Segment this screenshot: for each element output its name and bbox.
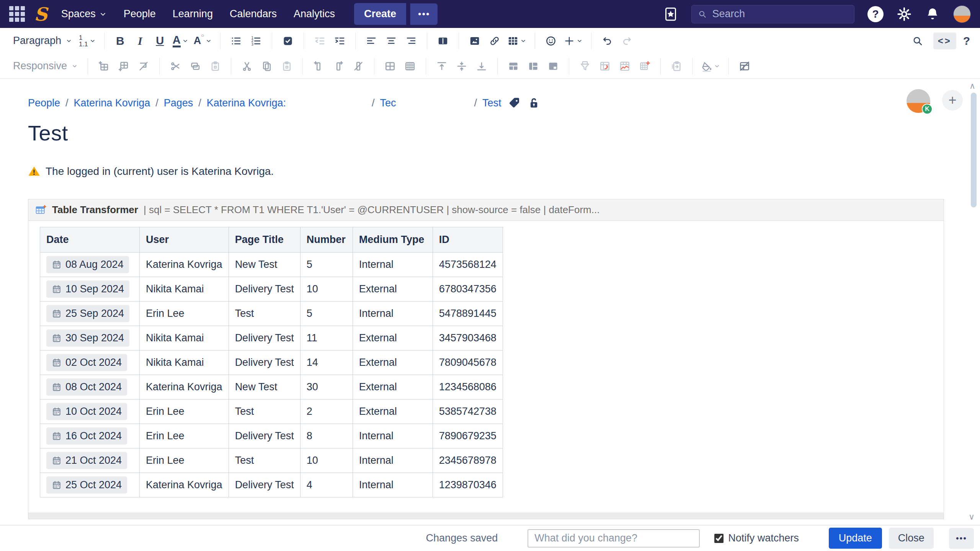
table-cell[interactable]: Erin Lee (140, 424, 229, 448)
numbered-list-button[interactable]: 123 (247, 32, 265, 50)
table-cell[interactable]: Katerina Kovriga (140, 375, 229, 399)
table-cell[interactable]: Delivery Test (229, 277, 300, 302)
add-column-right-button[interactable] (330, 57, 347, 75)
table-cell[interactable]: 7809045678 (433, 350, 503, 375)
navbar-more-button[interactable]: ••• (410, 3, 438, 25)
table-cell[interactable]: Nikita Kamai (140, 326, 229, 350)
paste-button[interactable] (278, 57, 296, 75)
paragraph-style-dropdown[interactable]: Paragraph (10, 35, 75, 47)
macro-header[interactable]: Table Transformer | sql = SELECT * FROM … (28, 199, 944, 221)
breadcrumb-item[interactable]: People (28, 97, 60, 109)
table-cell[interactable]: Delivery Test (229, 473, 300, 497)
settings-gear-icon[interactable] (897, 7, 912, 22)
table-cell[interactable]: 3457903468 (433, 326, 503, 350)
nav-item-spaces[interactable]: Spaces (61, 8, 107, 20)
copy-button[interactable] (258, 57, 276, 75)
date-cell[interactable]: 16 Oct 2024 (40, 424, 140, 448)
date-pill[interactable]: 08 Oct 2024 (46, 378, 127, 396)
table-cell[interactable]: Nikita Kamai (140, 350, 229, 375)
insert-more-button[interactable] (562, 32, 584, 50)
table-cell[interactable]: Erin Lee (140, 448, 229, 473)
column-header[interactable]: Medium Type (353, 227, 433, 253)
table-cell[interactable]: 5 (300, 302, 353, 326)
cut-button[interactable] (238, 57, 256, 75)
table-cell[interactable]: New Test (229, 375, 300, 399)
unlocked-icon[interactable] (528, 97, 540, 109)
table-cell[interactable]: External (353, 326, 433, 350)
emoji-button[interactable] (542, 32, 560, 50)
page-title[interactable]: Test (28, 121, 980, 145)
update-button[interactable]: Update (829, 528, 882, 549)
user-avatar[interactable] (953, 5, 971, 23)
merge-cells-button[interactable] (381, 57, 399, 75)
outdent-button[interactable] (311, 32, 328, 50)
date-cell[interactable]: 10 Oct 2024 (40, 399, 140, 424)
date-pill[interactable]: 25 Sep 2024 (46, 305, 129, 322)
header-cell-button[interactable] (544, 57, 562, 75)
indent-button[interactable] (331, 32, 348, 50)
table-cell[interactable]: Delivery Test (229, 424, 300, 448)
table-transformer-macro[interactable]: Table Transformer | sql = SELECT * FROM … (28, 199, 944, 519)
table-cell[interactable]: 6780347356 (433, 277, 503, 302)
date-cell[interactable]: 02 Oct 2024 (40, 350, 140, 375)
create-button[interactable]: Create (354, 3, 406, 25)
layout-button[interactable] (434, 32, 452, 50)
column-header[interactable]: User (140, 227, 229, 253)
column-header[interactable]: ID (433, 227, 503, 253)
help-icon[interactable]: ? (867, 6, 884, 22)
date-pill[interactable]: 10 Oct 2024 (46, 403, 127, 420)
notifications-bell-icon[interactable] (925, 7, 940, 22)
undo-button[interactable] (598, 32, 616, 50)
table-cell[interactable]: External (353, 399, 433, 424)
table-cell[interactable]: Erin Lee (140, 302, 229, 326)
nav-item-learning[interactable]: Learning (173, 8, 213, 20)
table-cell[interactable]: Katerina Kovriga (140, 473, 229, 497)
table-cell[interactable]: 10 (300, 448, 353, 473)
footer-more-button[interactable]: ••• (949, 528, 974, 549)
date-cell[interactable]: 30 Sep 2024 (40, 326, 140, 350)
table-cell[interactable]: 2345678978 (433, 448, 503, 473)
table-cell[interactable]: Test (229, 302, 300, 326)
italic-button[interactable]: I (131, 32, 149, 50)
header-column-button[interactable] (524, 57, 542, 75)
editor-help-button[interactable]: ? (963, 34, 970, 47)
link-button[interactable] (486, 32, 503, 50)
table-cell[interactable]: 4573568124 (433, 253, 503, 277)
table-cell[interactable]: External (353, 375, 433, 399)
date-pill[interactable]: 30 Sep 2024 (46, 329, 129, 347)
table-cell[interactable]: External (353, 277, 433, 302)
date-pill[interactable]: 16 Oct 2024 (46, 427, 127, 445)
bold-button[interactable]: B (111, 32, 129, 50)
clear-table-format-button[interactable] (736, 57, 753, 75)
table-cell[interactable]: External (353, 350, 433, 375)
table-cell[interactable]: Delivery Test (229, 326, 300, 350)
pivot-macro-button[interactable] (596, 57, 614, 75)
add-collaborator-button[interactable]: + (942, 90, 963, 111)
vertical-scrollbar[interactable] (971, 93, 977, 207)
table-cell[interactable]: 30 (300, 375, 353, 399)
chart-macro-button[interactable] (616, 57, 634, 75)
table-cell[interactable]: 5 (300, 253, 353, 277)
site-logo[interactable]: S (34, 5, 47, 23)
app-switcher-icon[interactable] (9, 6, 25, 22)
table-cell[interactable]: 4 (300, 473, 353, 497)
nav-item-calendars[interactable]: Calendars (230, 8, 277, 20)
table-cell[interactable]: Internal (353, 253, 433, 277)
breadcrumb-item[interactable]: Katerina Kovriga: (207, 97, 286, 109)
table-cell[interactable]: 5478891445 (433, 302, 503, 326)
table-cell[interactable]: 8 (300, 424, 353, 448)
bullet-list-button[interactable] (227, 32, 245, 50)
add-row-above-button[interactable] (95, 57, 113, 75)
column-header[interactable]: Page Title (229, 227, 300, 253)
align-cell-bottom-button[interactable] (473, 57, 490, 75)
table-cell[interactable]: Nikita Kamai (140, 277, 229, 302)
align-cell-top-button[interactable] (433, 57, 451, 75)
scrollbar-down-arrow[interactable]: ∨ (969, 512, 975, 522)
task-list-button[interactable] (279, 32, 297, 50)
import-table-button[interactable] (668, 57, 685, 75)
table-cell[interactable]: 1234568086 (433, 375, 503, 399)
table-cell[interactable]: Internal (353, 473, 433, 497)
table-cell[interactable]: 7890679235 (433, 424, 503, 448)
search-input[interactable] (712, 8, 848, 20)
table-cell[interactable]: Delivery Test (229, 350, 300, 375)
